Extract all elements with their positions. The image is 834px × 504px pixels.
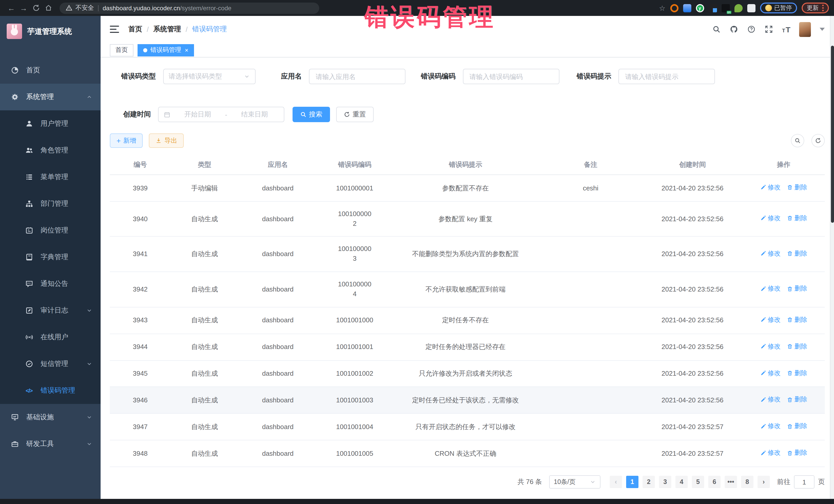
page-number-button[interactable]: 4: [675, 476, 688, 488]
scrollbar-thumb[interactable]: [831, 46, 834, 223]
extension-icon-2[interactable]: [683, 4, 691, 12]
sidebar-item[interactable]: 部门管理: [0, 191, 101, 217]
page-number-button[interactable]: 6: [708, 476, 721, 488]
reset-button[interactable]: 重置: [336, 107, 374, 123]
breadcrumb-item[interactable]: 系统管理: [153, 25, 181, 34]
github-icon[interactable]: [729, 25, 738, 34]
extension-icon-1[interactable]: [670, 4, 678, 12]
page-tag[interactable]: 错误码管理×: [137, 44, 194, 56]
sidebar-item[interactable]: 菜单管理: [0, 164, 101, 191]
page-number-button[interactable]: 1: [626, 476, 638, 488]
sidebar-item[interactable]: 研发工具: [0, 431, 101, 457]
cell-created: 2021-04-20 23:52:56: [642, 387, 742, 414]
sidebar-item[interactable]: 通知公告: [0, 270, 101, 297]
edit-link[interactable]: 修改: [760, 342, 781, 351]
forward-button[interactable]: →: [18, 2, 30, 14]
error-type-select[interactable]: 请选择错误码类型: [163, 69, 255, 84]
page-number-button[interactable]: 8: [741, 476, 753, 488]
edit-link[interactable]: 修改: [760, 214, 781, 223]
edit-link[interactable]: 修改: [760, 249, 781, 259]
delete-link[interactable]: 删除: [787, 249, 807, 259]
show-search-toggle-button[interactable]: [791, 134, 804, 148]
update-button[interactable]: 更新: [802, 3, 829, 13]
search-button[interactable]: 搜索: [292, 107, 330, 123]
page-size-select[interactable]: 10条/页: [549, 475, 600, 489]
app-logo-row[interactable]: 芋道管理系统: [0, 16, 101, 47]
active-dot: [143, 48, 147, 52]
edit-link[interactable]: 修改: [760, 315, 781, 325]
trash-icon: [787, 317, 793, 323]
collapse-sidebar-icon[interactable]: [110, 26, 119, 33]
more-pages-button[interactable]: •••: [725, 476, 737, 488]
page-scrollbar[interactable]: [830, 16, 834, 499]
error-code-input[interactable]: [468, 72, 553, 81]
error-hint-input[interactable]: [624, 72, 709, 81]
reload-button[interactable]: [30, 2, 42, 14]
page-number-button[interactable]: 5: [692, 476, 704, 488]
breadcrumb-item[interactable]: 首页: [128, 25, 142, 34]
extension-icon-6[interactable]: [734, 4, 742, 12]
delete-link[interactable]: 删除: [787, 422, 807, 431]
edit-link[interactable]: 修改: [760, 284, 781, 294]
edit-link[interactable]: 修改: [760, 422, 781, 431]
delete-link[interactable]: 删除: [787, 183, 807, 193]
extensions-puzzle-icon[interactable]: [747, 4, 755, 12]
cell-code: 1001000003: [317, 237, 392, 272]
sidebar-item[interactable]: </>错误码管理: [0, 377, 101, 404]
sidebar-item[interactable]: 短信管理: [0, 351, 101, 377]
delete-link[interactable]: 删除: [787, 214, 807, 223]
back-button[interactable]: ←: [5, 2, 18, 14]
user-avatar[interactable]: [799, 22, 811, 37]
search-icon[interactable]: [712, 25, 721, 34]
sidebar-item[interactable]: 首页: [0, 57, 101, 84]
delete-link[interactable]: 删除: [787, 448, 807, 458]
edit-link[interactable]: 修改: [760, 395, 781, 405]
delete-link[interactable]: 删除: [787, 368, 807, 378]
refresh-table-button[interactable]: [811, 134, 825, 148]
table-header-row: 编号类型应用名错误码编码错误码提示备注创建时间操作: [110, 155, 825, 175]
extension-icon-4[interactable]: [708, 4, 717, 12]
page-number-button[interactable]: 2: [642, 476, 655, 488]
edit-link[interactable]: 修改: [760, 183, 781, 193]
cell-id: 3940: [110, 201, 171, 236]
fullscreen-icon[interactable]: [765, 25, 773, 34]
bookmark-star-icon[interactable]: ☆: [659, 4, 665, 12]
home-button[interactable]: [42, 2, 54, 14]
sidebar-item[interactable]: 基础设施: [0, 404, 101, 431]
goto-page-input[interactable]: [794, 475, 814, 489]
sidebar-item[interactable]: 岗位管理: [0, 217, 101, 244]
edit-link[interactable]: 修改: [760, 368, 781, 378]
extension-icon-3[interactable]: y: [696, 4, 704, 12]
delete-link[interactable]: 删除: [787, 342, 807, 351]
add-button[interactable]: + 新增: [110, 134, 143, 148]
sidebar-item[interactable]: 角色管理: [0, 137, 101, 164]
sidebar-item[interactable]: 审计日志: [0, 297, 101, 324]
sidebar-item[interactable]: 系统管理: [0, 84, 101, 110]
app-name-input[interactable]: [314, 72, 400, 81]
export-button[interactable]: 导出: [149, 134, 184, 148]
page-number-button[interactable]: 3: [659, 476, 671, 488]
delete-link[interactable]: 删除: [787, 284, 807, 294]
sidebar-item[interactable]: 用户管理: [0, 110, 101, 137]
delete-link[interactable]: 删除: [787, 315, 807, 325]
caret-down-icon[interactable]: [820, 28, 825, 31]
address-bar[interactable]: 不安全 dashboard.yudao.iocoder.cn /system/e…: [60, 2, 319, 14]
delete-link[interactable]: 删除: [787, 395, 807, 405]
page-tag[interactable]: 首页: [110, 44, 133, 56]
close-icon[interactable]: ×: [185, 47, 188, 53]
browser-menu-icon[interactable]: [822, 5, 824, 11]
next-page-button[interactable]: ›: [758, 476, 770, 488]
date-range-picker[interactable]: 开始日期 - 结束日期: [158, 107, 284, 123]
extension-icon-5[interactable]: [721, 4, 729, 12]
profile-paused-badge[interactable]: 已暂停: [760, 3, 797, 13]
breadcrumb-separator: /: [147, 26, 149, 34]
cell-actions: 修改删除: [743, 334, 825, 360]
sidebar-item[interactable]: 在线用户: [0, 324, 101, 351]
font-size-icon[interactable]: TT: [782, 26, 790, 34]
help-icon[interactable]: [747, 25, 756, 34]
prev-page-button[interactable]: ‹: [610, 476, 622, 488]
sidebar-item[interactable]: 字典管理: [0, 244, 101, 270]
cell-created: 2021-04-20 23:52:56: [642, 334, 742, 360]
edit-icon: [760, 370, 766, 376]
edit-link[interactable]: 修改: [760, 448, 781, 458]
